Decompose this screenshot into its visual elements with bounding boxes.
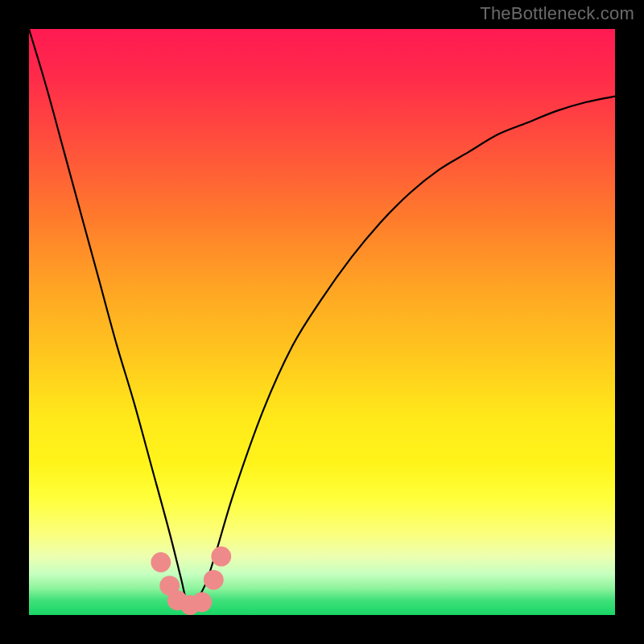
- marker-dot: [151, 552, 171, 572]
- marker-dot: [211, 547, 231, 567]
- watermark-text: TheBottleneck.com: [480, 3, 634, 24]
- marker-dot: [192, 592, 212, 613]
- bottleneck-curve: [29, 29, 615, 606]
- curve-svg: [29, 29, 615, 615]
- marker-dot: [204, 570, 224, 590]
- chart-container: TheBottleneck.com: [0, 0, 644, 644]
- marker-dots: [151, 547, 231, 615]
- plot-area: [29, 29, 615, 615]
